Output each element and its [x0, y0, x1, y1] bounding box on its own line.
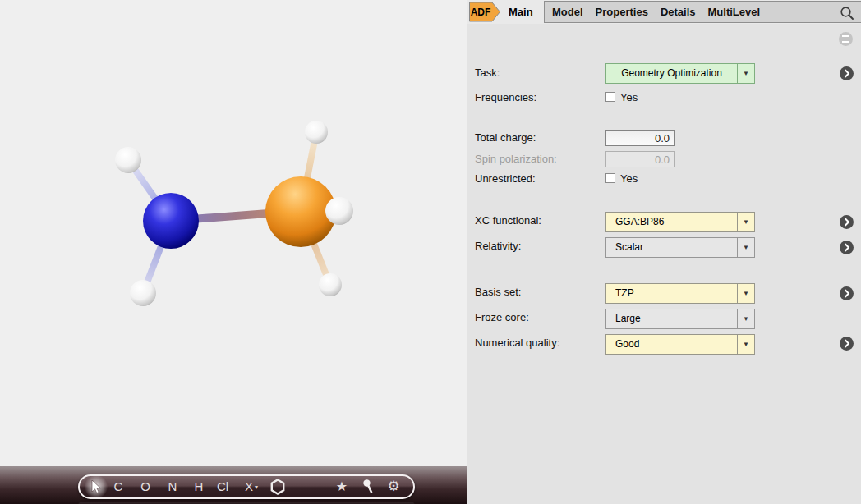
cursor-icon [90, 480, 103, 494]
element-button-H[interactable]: H [190, 476, 208, 497]
frequencies-checkbox-label[interactable]: Yes [620, 91, 638, 103]
unrestricted-label: Unrestricted: [475, 172, 536, 185]
numerical-quality-dropdown[interactable]: Good ▼ [605, 334, 755, 355]
atom-H1[interactable] [115, 147, 141, 173]
atom-H3[interactable] [305, 121, 328, 144]
chevron-right-icon [840, 66, 854, 80]
task-dropdown-caret-icon[interactable]: ▼ [737, 64, 754, 83]
chevron-right-icon [840, 215, 854, 229]
tab-multilevel[interactable]: MultiLevel [708, 6, 761, 18]
task-label: Task: [475, 66, 500, 79]
xc-functional-dropdown-value: GGA:BP86 [606, 213, 737, 231]
task-dropdown-value: Geometry Optimization [606, 64, 737, 83]
select-cursor-tool[interactable] [89, 476, 104, 497]
numerical-quality-label: Numerical quality: [475, 337, 559, 349]
numerical-quality-dropdown-caret-icon[interactable]: ▼ [737, 335, 754, 354]
relativity-label: Relativity: [475, 240, 521, 252]
input-panel: ADF Main Model Properties Details MultiL… [467, 0, 861, 504]
adf-input-window: C O N H Cl X ▾ ★ ⚙ [0, 0, 861, 504]
xc-functional-dropdown[interactable]: GGA:BP86 ▼ [605, 212, 755, 232]
task-dropdown[interactable]: Geometry Optimization ▼ [605, 63, 755, 84]
unrestricted-checkbox-label[interactable]: Yes [620, 172, 638, 185]
relativity-dropdown-value: Scalar [606, 238, 737, 257]
total-charge-input[interactable] [605, 130, 675, 146]
total-charge-label: Total charge: [475, 131, 536, 144]
tab-model[interactable]: Model [552, 6, 583, 18]
chevron-right-icon [840, 286, 854, 300]
numerical-quality-dropdown-value: Good [606, 335, 737, 354]
basis-set-dropdown[interactable]: TZP ▼ [605, 283, 755, 304]
tab-adf[interactable]: ADF [468, 2, 501, 22]
pointer-wand-tool[interactable] [360, 476, 376, 497]
spin-polarization-input [605, 151, 675, 167]
chevron-right-icon [840, 241, 854, 254]
unrestricted-checkbox[interactable] [605, 173, 615, 183]
xc-functional-detail-button[interactable] [840, 215, 854, 229]
ring-tool[interactable] [269, 476, 287, 497]
element-picker-caret-icon[interactable]: ▾ [255, 483, 258, 491]
chevron-right-icon [840, 337, 854, 351]
builder-toolbar: C O N H Cl X ▾ ★ ⚙ [78, 474, 415, 499]
relativity-dropdown-caret-icon[interactable]: ▼ [737, 238, 754, 257]
froze-core-label: Froze core: [475, 311, 529, 323]
tab-adf-label: ADF [471, 7, 491, 18]
frequencies-label: Frequencies: [475, 91, 536, 103]
atom-H5[interactable] [319, 273, 342, 296]
basis-set-dropdown-value: TZP [606, 284, 737, 303]
relativity-detail-button[interactable] [840, 241, 854, 254]
relativity-dropdown[interactable]: Scalar ▼ [605, 237, 755, 258]
atom-H2[interactable] [130, 280, 156, 306]
element-button-C[interactable]: C [109, 476, 127, 497]
basis-set-dropdown-caret-icon[interactable]: ▼ [737, 284, 754, 303]
tab-group: Model Properties Details MultiLevel [544, 1, 861, 23]
search-icon[interactable] [840, 6, 854, 21]
basis-set-detail-button[interactable] [840, 286, 854, 300]
element-button-Cl[interactable]: Cl [214, 476, 232, 497]
frequencies-checkbox[interactable] [605, 92, 615, 102]
numerical-quality-detail-button[interactable] [840, 337, 854, 351]
spin-polarization-label: Spin polarization: [475, 153, 557, 165]
basis-set-label: Basis set: [475, 286, 521, 298]
tab-main[interactable]: Main [509, 0, 533, 24]
molecule-viewer[interactable]: C O N H Cl X ▾ ★ ⚙ [0, 0, 467, 504]
froze-core-dropdown-caret-icon[interactable]: ▼ [737, 309, 754, 328]
xc-functional-dropdown-caret-icon[interactable]: ▼ [737, 213, 754, 231]
hexagon-ring-icon [270, 479, 285, 495]
froze-core-dropdown[interactable]: Large ▼ [605, 309, 755, 329]
panel-menu-icon[interactable] [839, 32, 853, 46]
atom-N[interactable] [143, 193, 199, 249]
froze-core-dropdown-value: Large [606, 309, 737, 328]
structure-tool-star[interactable]: ★ [333, 476, 351, 497]
atom-H4[interactable] [325, 197, 353, 225]
element-button-O[interactable]: O [136, 476, 154, 497]
wand-icon [362, 479, 374, 494]
tab-details[interactable]: Details [661, 6, 696, 18]
task-detail-button[interactable] [840, 66, 854, 80]
molecule-canvas[interactable] [0, 0, 467, 466]
element-button-N[interactable]: N [163, 476, 182, 497]
settings-gear-tool[interactable]: ⚙ [384, 476, 403, 497]
tab-properties[interactable]: Properties [596, 6, 648, 18]
xc-functional-label: XC functional: [475, 214, 541, 227]
panel-tabbar: ADF Main Model Properties Details MultiL… [467, 0, 861, 24]
